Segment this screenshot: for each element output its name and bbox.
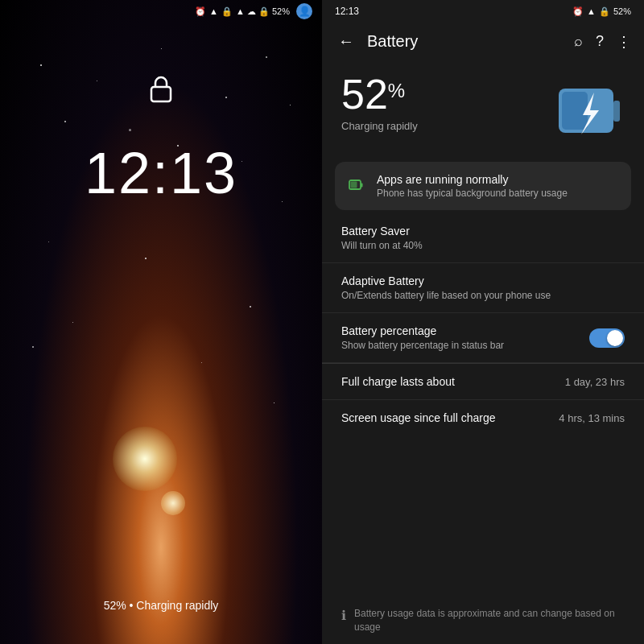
battery-percentage-toggle[interactable]: [589, 328, 625, 348]
battery-percentage-title: Battery percentage: [341, 324, 504, 337]
battery-status-bar: 12:13 ⏰ ▲ 🔒 52%: [322, 0, 644, 23]
battery-page-title: Battery: [367, 32, 564, 51]
battery-status-time: 12:13: [335, 6, 359, 17]
battery-footer-text: Battery usage data is approximate and ca…: [354, 607, 625, 634]
lock-time: 12:13: [85, 140, 237, 206]
battery-panel: 12:13 ⏰ ▲ 🔒 52% ← Battery ⌕ ? ⋮ 52% Char…: [322, 0, 644, 644]
battery-percent-area: 52% Charging rapidly: [341, 73, 418, 132]
search-icon[interactable]: ⌕: [574, 33, 583, 51]
full-charge-title: Full charge lasts about: [341, 375, 455, 388]
svg-rect-6: [351, 182, 357, 188]
adaptive-battery-sub: On/Extends battery life based on your ph…: [341, 290, 551, 301]
battery-saver-text: Battery Saver Will turn on at 40%: [341, 225, 423, 251]
full-charge-text: Full charge lasts about: [341, 375, 455, 388]
battery-pct-right: 52%: [613, 6, 631, 16]
lock-screen: ⏰ ▲ 🔒 ▲ ☁ 🔒 52% 👤 12:13 52% • Charging r…: [0, 0, 322, 644]
help-icon[interactable]: ?: [596, 33, 604, 51]
avatar-icon: 👤: [296, 3, 312, 19]
screen-usage-text: Screen usage since full charge: [341, 411, 495, 424]
apps-running-card[interactable]: Apps are running normally Phone has typi…: [335, 162, 631, 210]
lock-status-bar: ⏰ ▲ 🔒 ▲ ☁ 🔒 52% 👤: [0, 0, 322, 23]
info-icon: ℹ: [341, 608, 346, 623]
battery-saver-title: Battery Saver: [341, 225, 423, 237]
alarm-icon: ⏰: [195, 6, 206, 17]
more-menu-icon[interactable]: ⋮: [617, 33, 631, 51]
battery-header: ← Battery ⌕ ? ⋮: [322, 23, 644, 60]
adaptive-battery-text: Adaptive Battery On/Extends battery life…: [341, 275, 551, 301]
svg-rect-2: [613, 101, 620, 122]
battery-percent-status: ▲ ☁ 🔒 52%: [236, 6, 290, 17]
svg-rect-0: [151, 87, 171, 101]
battery-icon-area: [552, 76, 625, 149]
battery-footer: ℹ Battery usage data is approximate and …: [322, 597, 644, 644]
battery-percent-display: 52%: [341, 73, 418, 115]
svg-rect-3: [562, 92, 588, 130]
apps-card-title: Apps are running normally: [377, 173, 568, 186]
screen-usage-item: Screen usage since full charge 4 hrs, 13…: [322, 400, 644, 436]
battery-percentage-text: Battery percentage Show battery percenta…: [341, 324, 504, 351]
screen-usage-title: Screen usage since full charge: [341, 411, 495, 424]
lock-icon-status: 🔒: [221, 6, 233, 17]
back-button[interactable]: ←: [335, 29, 357, 54]
adaptive-battery-title: Adaptive Battery: [341, 275, 551, 287]
battery-charging-icon: [552, 76, 625, 149]
lock-icon-area: [145, 72, 177, 108]
adaptive-battery-item[interactable]: Adaptive Battery On/Extends battery life…: [322, 263, 644, 313]
signal-icon-right: ▲: [587, 6, 596, 16]
settings-list: Battery Saver Will turn on at 40% Adapti…: [322, 213, 644, 597]
lock-status-right: 🔒: [599, 6, 610, 17]
lock-icon-svg: [145, 72, 177, 105]
toggle-knob: [607, 330, 623, 346]
svg-rect-5: [361, 184, 363, 188]
battery-saver-item[interactable]: Battery Saver Will turn on at 40%: [322, 213, 644, 263]
apps-card-subtitle: Phone has typical background battery usa…: [377, 188, 568, 199]
signal-icon: ▲: [209, 6, 218, 16]
apps-card-text: Apps are running normally Phone has typi…: [377, 173, 568, 199]
charging-status-text: Charging rapidly: [341, 120, 418, 132]
battery-status-icons: ⏰ ▲ 🔒 52%: [572, 6, 631, 17]
full-charge-item: Full charge lasts about 1 day, 23 hrs: [322, 364, 644, 400]
battery-info: 52% Charging rapidly: [322, 60, 644, 162]
lock-status-icons: ⏰ ▲ 🔒 ▲ ☁ 🔒 52% 👤: [195, 3, 312, 19]
lock-content: 12:13: [0, 0, 322, 644]
header-icons: ⌕ ? ⋮: [574, 33, 631, 51]
battery-percentage-sub: Show battery percentage in status bar: [341, 340, 504, 351]
battery-saver-sub: Will turn on at 40%: [341, 240, 423, 251]
full-charge-value: 1 day, 23 hrs: [565, 376, 625, 388]
apps-battery-icon: [348, 177, 365, 195]
alarm-icon-right: ⏰: [572, 6, 584, 17]
battery-percentage-item[interactable]: Battery percentage Show battery percenta…: [322, 313, 644, 363]
screen-usage-value: 4 hrs, 13 mins: [559, 412, 625, 424]
